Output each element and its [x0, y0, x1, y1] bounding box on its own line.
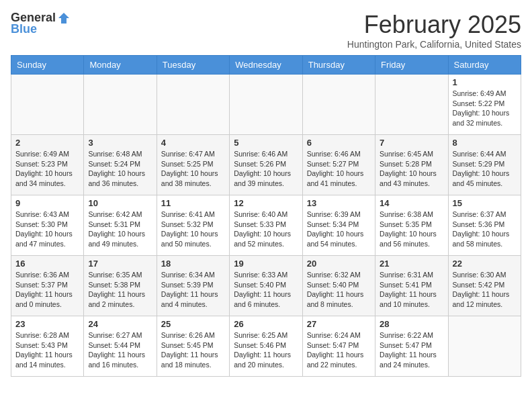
- table-row: 5Sunrise: 6:46 AM Sunset: 5:26 PM Daylig…: [230, 135, 302, 195]
- day-info: Sunrise: 6:32 AM Sunset: 5:40 PM Dayligh…: [307, 270, 371, 310]
- day-info: Sunrise: 6:28 AM Sunset: 5:43 PM Dayligh…: [15, 330, 79, 370]
- day-info: Sunrise: 6:49 AM Sunset: 5:23 PM Dayligh…: [15, 149, 79, 189]
- day-info: Sunrise: 6:37 AM Sunset: 5:36 PM Dayligh…: [453, 210, 517, 249]
- table-row: 2Sunrise: 6:49 AM Sunset: 5:23 PM Daylig…: [11, 135, 84, 195]
- day-info: Sunrise: 6:27 AM Sunset: 5:44 PM Dayligh…: [88, 330, 152, 370]
- table-row: 3Sunrise: 6:48 AM Sunset: 5:24 PM Daylig…: [84, 135, 157, 195]
- day-info: Sunrise: 6:43 AM Sunset: 5:30 PM Dayligh…: [15, 210, 79, 249]
- page-container: General Blue February 2025 Huntington Pa…: [0, 0, 532, 387]
- header-tuesday: Tuesday: [157, 56, 229, 75]
- day-info: Sunrise: 6:35 AM Sunset: 5:38 PM Dayligh…: [88, 270, 152, 310]
- table-row: 23Sunrise: 6:28 AM Sunset: 5:43 PM Dayli…: [11, 316, 84, 377]
- table-row: 13Sunrise: 6:39 AM Sunset: 5:34 PM Dayli…: [302, 195, 375, 256]
- table-row: [11, 75, 84, 135]
- table-row: 1Sunrise: 6:49 AM Sunset: 5:22 PM Daylig…: [448, 75, 521, 135]
- table-row: 15Sunrise: 6:37 AM Sunset: 5:36 PM Dayli…: [448, 195, 521, 256]
- calendar-week-row: 9Sunrise: 6:43 AM Sunset: 5:30 PM Daylig…: [11, 195, 521, 256]
- day-info: Sunrise: 6:38 AM Sunset: 5:35 PM Dayligh…: [380, 210, 443, 249]
- table-row: 20Sunrise: 6:32 AM Sunset: 5:40 PM Dayli…: [302, 256, 375, 316]
- day-number: 2: [15, 138, 79, 148]
- day-number: 4: [161, 138, 225, 148]
- header-friday: Friday: [375, 56, 448, 75]
- day-number: 6: [307, 138, 371, 148]
- table-row: [84, 75, 157, 135]
- table-row: 6Sunrise: 6:46 AM Sunset: 5:27 PM Daylig…: [302, 135, 375, 195]
- table-row: 25Sunrise: 6:26 AM Sunset: 5:45 PM Dayli…: [157, 316, 229, 377]
- header-monday: Monday: [84, 56, 157, 75]
- table-row: 11Sunrise: 6:41 AM Sunset: 5:32 PM Dayli…: [157, 195, 229, 256]
- header-sunday: Sunday: [11, 56, 84, 75]
- table-row: 8Sunrise: 6:44 AM Sunset: 5:29 PM Daylig…: [448, 135, 521, 195]
- day-number: 8: [453, 138, 517, 148]
- day-number: 22: [453, 259, 517, 269]
- month-title: February 2025: [347, 11, 521, 39]
- logo-icon: [57, 11, 71, 25]
- day-info: Sunrise: 6:30 AM Sunset: 5:42 PM Dayligh…: [453, 270, 517, 310]
- calendar-table: Sunday Monday Tuesday Wednesday Thursday…: [11, 55, 521, 377]
- day-info: Sunrise: 6:41 AM Sunset: 5:32 PM Dayligh…: [161, 210, 225, 249]
- table-row: 9Sunrise: 6:43 AM Sunset: 5:30 PM Daylig…: [11, 195, 84, 256]
- calendar-header-row: Sunday Monday Tuesday Wednesday Thursday…: [11, 56, 521, 75]
- day-number: 9: [15, 198, 79, 208]
- table-row: 10Sunrise: 6:42 AM Sunset: 5:31 PM Dayli…: [84, 195, 157, 256]
- day-info: Sunrise: 6:47 AM Sunset: 5:25 PM Dayligh…: [161, 149, 225, 189]
- calendar-week-row: 16Sunrise: 6:36 AM Sunset: 5:37 PM Dayli…: [11, 256, 521, 316]
- day-info: Sunrise: 6:22 AM Sunset: 5:47 PM Dayligh…: [380, 330, 443, 370]
- day-number: 21: [380, 259, 443, 269]
- calendar-week-row: 1Sunrise: 6:49 AM Sunset: 5:22 PM Daylig…: [11, 75, 521, 135]
- day-number: 16: [15, 259, 79, 269]
- table-row: [157, 75, 229, 135]
- day-info: Sunrise: 6:26 AM Sunset: 5:45 PM Dayligh…: [161, 330, 225, 370]
- day-number: 13: [307, 198, 371, 208]
- day-number: 19: [234, 259, 298, 269]
- day-number: 1: [453, 77, 517, 87]
- day-number: 3: [88, 138, 152, 148]
- day-info: Sunrise: 6:44 AM Sunset: 5:29 PM Dayligh…: [453, 149, 517, 189]
- logo-blue-text: Blue: [11, 22, 37, 36]
- day-info: Sunrise: 6:49 AM Sunset: 5:22 PM Dayligh…: [453, 89, 517, 128]
- table-row: [375, 75, 448, 135]
- day-info: Sunrise: 6:34 AM Sunset: 5:39 PM Dayligh…: [161, 270, 225, 310]
- day-info: Sunrise: 6:36 AM Sunset: 5:37 PM Dayligh…: [15, 270, 79, 310]
- table-row: 19Sunrise: 6:33 AM Sunset: 5:40 PM Dayli…: [230, 256, 302, 316]
- table-row: 26Sunrise: 6:25 AM Sunset: 5:46 PM Dayli…: [230, 316, 302, 377]
- day-number: 20: [307, 259, 371, 269]
- day-info: Sunrise: 6:46 AM Sunset: 5:27 PM Dayligh…: [307, 149, 371, 189]
- table-row: 7Sunrise: 6:45 AM Sunset: 5:28 PM Daylig…: [375, 135, 448, 195]
- day-info: Sunrise: 6:25 AM Sunset: 5:46 PM Dayligh…: [234, 330, 298, 370]
- page-header: General Blue February 2025 Huntington Pa…: [11, 11, 521, 50]
- day-number: 7: [380, 138, 443, 148]
- header-thursday: Thursday: [302, 56, 375, 75]
- table-row: 21Sunrise: 6:31 AM Sunset: 5:41 PM Dayli…: [375, 256, 448, 316]
- day-number: 26: [234, 319, 298, 329]
- calendar-week-row: 23Sunrise: 6:28 AM Sunset: 5:43 PM Dayli…: [11, 316, 521, 377]
- day-number: 17: [88, 259, 152, 269]
- header-saturday: Saturday: [448, 56, 521, 75]
- day-info: Sunrise: 6:39 AM Sunset: 5:34 PM Dayligh…: [307, 210, 371, 249]
- day-number: 28: [380, 319, 443, 329]
- table-row: 18Sunrise: 6:34 AM Sunset: 5:39 PM Dayli…: [157, 256, 229, 316]
- table-row: 17Sunrise: 6:35 AM Sunset: 5:38 PM Dayli…: [84, 256, 157, 316]
- day-number: 12: [234, 198, 298, 208]
- day-number: 5: [234, 138, 298, 148]
- header-wednesday: Wednesday: [230, 56, 302, 75]
- day-number: 23: [15, 319, 79, 329]
- table-row: [448, 316, 521, 377]
- table-row: 4Sunrise: 6:47 AM Sunset: 5:25 PM Daylig…: [157, 135, 229, 195]
- day-number: 14: [380, 198, 443, 208]
- logo: General Blue: [11, 11, 71, 36]
- day-info: Sunrise: 6:24 AM Sunset: 5:47 PM Dayligh…: [307, 330, 371, 370]
- day-info: Sunrise: 6:48 AM Sunset: 5:24 PM Dayligh…: [88, 149, 152, 189]
- table-row: 12Sunrise: 6:40 AM Sunset: 5:33 PM Dayli…: [230, 195, 302, 256]
- table-row: [230, 75, 302, 135]
- day-number: 11: [161, 198, 225, 208]
- day-number: 24: [88, 319, 152, 329]
- day-number: 15: [453, 198, 517, 208]
- table-row: 28Sunrise: 6:22 AM Sunset: 5:47 PM Dayli…: [375, 316, 448, 377]
- calendar-week-row: 2Sunrise: 6:49 AM Sunset: 5:23 PM Daylig…: [11, 135, 521, 195]
- title-area: February 2025 Huntington Park, Californi…: [347, 11, 521, 50]
- table-row: 22Sunrise: 6:30 AM Sunset: 5:42 PM Dayli…: [448, 256, 521, 316]
- day-info: Sunrise: 6:33 AM Sunset: 5:40 PM Dayligh…: [234, 270, 298, 310]
- table-row: 24Sunrise: 6:27 AM Sunset: 5:44 PM Dayli…: [84, 316, 157, 377]
- day-info: Sunrise: 6:40 AM Sunset: 5:33 PM Dayligh…: [234, 210, 298, 249]
